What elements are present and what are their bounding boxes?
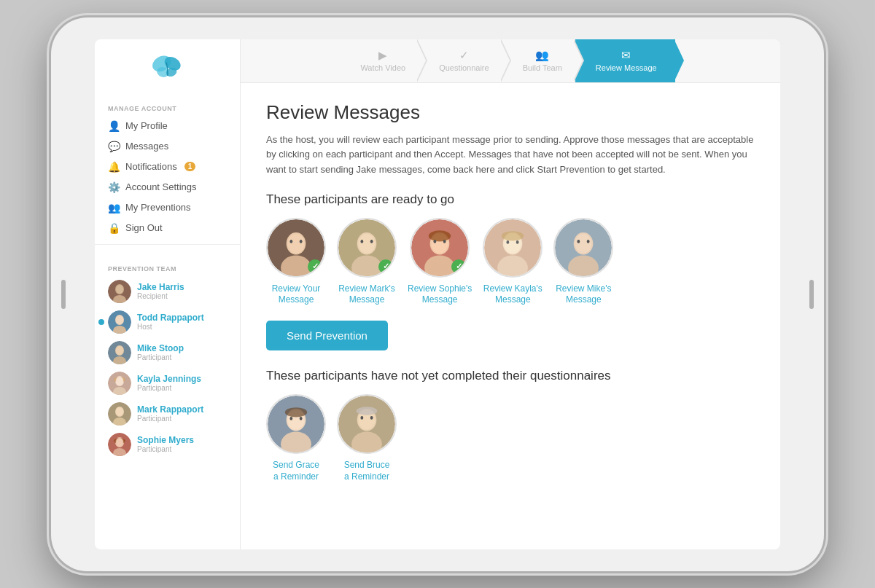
chat-icon: 💬 bbox=[108, 141, 120, 152]
team-member-todd-role: Host bbox=[137, 323, 204, 331]
envelope-icon: ✉ bbox=[621, 49, 631, 62]
step-questionnaire-inner: ✓ Questionnaire bbox=[439, 49, 489, 72]
svg-point-66 bbox=[285, 407, 307, 417]
svg-point-11 bbox=[116, 315, 123, 324]
sidebar-item-settings-label: Account Settings bbox=[125, 181, 197, 192]
team-member-mark-info: Mark Rappaport Participant bbox=[137, 404, 203, 423]
step-build-team-label: Build Team bbox=[523, 63, 562, 72]
team-member-jake-role: Recipient bbox=[137, 292, 184, 300]
sidebar-item-profile[interactable]: 👤 My Profile bbox=[95, 116, 240, 136]
sidebar-item-signout[interactable]: 🔒 Sign Out bbox=[95, 218, 240, 238]
svg-point-53 bbox=[502, 231, 524, 240]
check-badge-sophie: ✓ bbox=[451, 259, 466, 274]
svg-point-29 bbox=[116, 438, 123, 447]
svg-point-35 bbox=[300, 240, 303, 243]
avatar-wrap-sophie: ✓ bbox=[410, 218, 470, 278]
svg-point-67 bbox=[289, 417, 292, 420]
participant-label-grace: Send Gracea Reminder bbox=[273, 460, 319, 482]
participant-label-you: Review YourMessage bbox=[272, 283, 321, 306]
sidebar-item-notifications[interactable]: 🔔 Notifications 1 bbox=[95, 157, 240, 177]
team-member-kayla[interactable]: Kayla Jennings Participant bbox=[95, 368, 240, 399]
main-content: ▶ Watch Video ✓ Questionnaire 👥 B bbox=[241, 39, 780, 549]
step-build-team[interactable]: 👥 Build Team bbox=[502, 39, 575, 83]
team-member-jake[interactable]: Jake Harris Recipient bbox=[95, 276, 240, 307]
team-member-kayla-role: Participant bbox=[137, 384, 201, 392]
participant-card-bruce[interactable]: Send Brucea Reminder bbox=[337, 394, 397, 482]
participant-card-grace[interactable]: Send Gracea Reminder bbox=[266, 394, 326, 482]
svg-point-73 bbox=[360, 416, 363, 420]
step-questionnaire[interactable]: ✓ Questionnaire bbox=[419, 39, 502, 83]
team-member-mark[interactable]: Mark Rappaport Participant bbox=[95, 399, 240, 429]
avatar-jake bbox=[108, 280, 131, 303]
svg-point-32 bbox=[288, 234, 305, 254]
bell-icon: 🔔 bbox=[108, 161, 120, 173]
sidebar-item-messages[interactable]: 💬 Messages bbox=[95, 136, 240, 157]
avatar-mike bbox=[108, 341, 131, 364]
team-member-todd-info: Todd Rappaport Host bbox=[137, 313, 204, 331]
steps-container: ▶ Watch Video ✓ Questionnaire 👥 B bbox=[346, 39, 674, 83]
team-member-todd[interactable]: Todd Rappaport Host bbox=[95, 307, 240, 337]
svg-point-48 bbox=[443, 240, 446, 243]
not-completed-section-title: These participants have not yet complete… bbox=[266, 369, 755, 383]
team-member-mark-role: Participant bbox=[137, 415, 203, 423]
svg-point-60 bbox=[578, 240, 580, 243]
progress-nav: ▶ Watch Video ✓ Questionnaire 👥 B bbox=[241, 39, 780, 83]
avatar-wrap-you: ✓ bbox=[266, 218, 326, 278]
avatar-svg-kayla bbox=[484, 219, 541, 276]
avatar-sophie bbox=[108, 433, 131, 456]
step-watch-video-label: Watch Video bbox=[360, 63, 405, 72]
notification-badge: 1 bbox=[184, 162, 196, 171]
participant-card-mike[interactable]: Review Mike'sMessage bbox=[553, 218, 613, 306]
step-review-message[interactable]: ✉ Review Message bbox=[575, 39, 675, 83]
butterfly-icon bbox=[149, 50, 186, 87]
team-member-jake-info: Jake Harris Recipient bbox=[137, 282, 184, 300]
page-description: As the host, you will review each partic… bbox=[266, 133, 755, 178]
avatar-wrap-kayla bbox=[483, 218, 542, 278]
avatar-svg-bruce bbox=[338, 396, 395, 452]
svg-point-46 bbox=[429, 230, 451, 241]
team-member-mike[interactable]: Mike Stoop Participant bbox=[95, 337, 240, 368]
participant-card-kayla[interactable]: Review Kayla'sMessage bbox=[483, 218, 542, 306]
tablet-frame: MANAGE ACCOUNT 👤 My Profile 💬 Messages 🔔… bbox=[51, 17, 824, 571]
svg-point-47 bbox=[434, 240, 437, 243]
not-completed-participants-grid: Send Gracea Reminder bbox=[266, 394, 755, 482]
participant-card-you[interactable]: ✓ Review YourMessage bbox=[266, 218, 326, 306]
avatar-wrap-mark: ✓ bbox=[337, 218, 397, 278]
participant-card-mark[interactable]: ✓ Review Mark'sMessage bbox=[337, 218, 397, 306]
tablet-button-left bbox=[61, 280, 66, 309]
team-member-sophie[interactable]: Sophie Myers Participant bbox=[95, 429, 240, 460]
team-member-kayla-name: Kayla Jennings bbox=[137, 374, 201, 384]
svg-point-75 bbox=[357, 407, 378, 415]
participant-card-sophie[interactable]: ✓ Review Sophie'sMessage bbox=[408, 218, 472, 306]
check-badge-mark: ✓ bbox=[378, 259, 393, 274]
team-member-mike-role: Participant bbox=[137, 353, 184, 361]
tablet-button-right bbox=[809, 280, 814, 309]
prevention-team-section: PREVENTION TEAM Jake Harris Recipient bbox=[95, 258, 240, 460]
participant-label-bruce: Send Brucea Reminder bbox=[344, 460, 390, 482]
step-watch-video[interactable]: ▶ Watch Video bbox=[346, 39, 419, 83]
avatar-svg-grace bbox=[268, 396, 324, 452]
page-title: Review Messages bbox=[266, 101, 755, 124]
gear-icon: ⚙️ bbox=[108, 181, 120, 193]
avatar-todd bbox=[108, 310, 131, 334]
sidebar-item-preventions-label: My Preventions bbox=[125, 202, 191, 213]
step-questionnaire-label: Questionnaire bbox=[439, 63, 489, 72]
team-member-sophie-role: Participant bbox=[137, 445, 194, 453]
team-member-sophie-name: Sophie Myers bbox=[137, 435, 194, 445]
check-badge-you: ✓ bbox=[308, 259, 322, 274]
avatar-svg-mike bbox=[555, 219, 612, 276]
svg-point-54 bbox=[507, 240, 510, 244]
manage-account-label: MANAGE ACCOUNT bbox=[95, 98, 240, 116]
sidebar-item-preventions[interactable]: 👥 My Preventions bbox=[95, 197, 240, 218]
avatar-wrap-bruce bbox=[337, 394, 397, 454]
svg-point-40 bbox=[360, 240, 363, 243]
screen: MANAGE ACCOUNT 👤 My Profile 💬 Messages 🔔… bbox=[95, 39, 780, 549]
svg-point-7 bbox=[116, 285, 123, 294]
team-member-mike-name: Mike Stoop bbox=[137, 343, 184, 353]
avatar-mark bbox=[108, 402, 131, 426]
ready-section-title: These participants are ready to go bbox=[266, 192, 755, 207]
svg-point-24 bbox=[116, 407, 123, 416]
send-prevention-button[interactable]: Send Prevention bbox=[266, 321, 388, 350]
sidebar-item-account-settings[interactable]: ⚙️ Account Settings bbox=[95, 177, 240, 197]
video-icon: ▶ bbox=[378, 49, 387, 62]
